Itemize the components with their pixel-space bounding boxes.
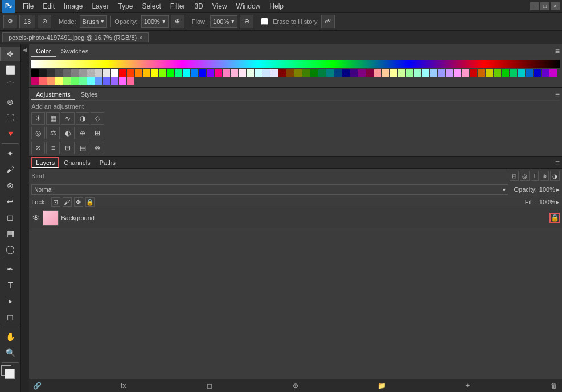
color-swatch[interactable] — [63, 77, 71, 85]
color-swatch[interactable] — [79, 69, 87, 77]
menu-3d[interactable]: 3D — [190, 1, 207, 11]
tab-layers[interactable]: Layers — [31, 157, 59, 168]
close-button[interactable]: × — [551, 2, 560, 10]
color-swatch[interactable] — [478, 69, 485, 77]
zoom-tool[interactable]: 🔍 — [0, 345, 20, 360]
brush-tool[interactable]: 🖌 — [0, 162, 20, 177]
color-swatch[interactable] — [223, 69, 230, 77]
opacity-stepper[interactable]: ▸ — [556, 186, 560, 193]
color-swatch[interactable] — [55, 77, 63, 85]
color-swatch[interactable] — [111, 69, 118, 77]
color-swatch[interactable] — [502, 69, 509, 77]
new-fill-btn[interactable]: ⊕ — [290, 381, 301, 390]
color-swatch[interactable] — [486, 69, 493, 77]
color-swatch[interactable] — [55, 69, 63, 77]
color-swatch[interactable] — [406, 69, 413, 77]
panel-collapse-btn[interactable]: ◀ — [21, 44, 29, 392]
lock-image-btn[interactable]: 🖌 — [63, 197, 72, 207]
color-swatch[interactable] — [414, 69, 421, 77]
kind-color-btn[interactable]: T — [531, 171, 539, 181]
quick-select-tool[interactable]: ⊛ — [0, 94, 20, 109]
color-swatch[interactable] — [462, 69, 469, 77]
kind-attr-btn[interactable]: ◎ — [520, 171, 530, 181]
tab-swatches[interactable]: Swatches — [57, 47, 93, 57]
color-swatch[interactable] — [247, 69, 254, 77]
layer-lock-icon[interactable]: 🔒 — [549, 213, 560, 223]
color-swatch[interactable] — [71, 69, 79, 77]
tab-channels[interactable]: Channels — [59, 157, 95, 168]
menu-filter[interactable]: Filter — [166, 1, 190, 11]
gradient-tool[interactable]: ▦ — [0, 226, 20, 241]
minimize-button[interactable]: − — [530, 2, 539, 10]
color-swatch[interactable] — [302, 69, 310, 77]
document-tab[interactable]: pexels-photo-4197491.jpeg @ 16.7% (RGB/8… — [2, 32, 149, 42]
blend-mode-dropdown-layers[interactable]: Normal ▾ — [31, 184, 508, 195]
history-brush-btn[interactable]: ☍ — [321, 15, 335, 28]
menu-window[interactable]: Window — [232, 1, 265, 11]
color-swatch[interactable] — [199, 69, 206, 77]
color-swatch[interactable] — [446, 69, 453, 77]
color-swatch[interactable] — [47, 77, 55, 85]
menu-help[interactable]: Help — [265, 1, 288, 11]
color-swatch[interactable] — [422, 69, 429, 77]
fill-control[interactable]: 100% ▸ — [539, 199, 560, 206]
tab-styles[interactable]: Styles — [76, 90, 102, 100]
tab-paths[interactable]: Paths — [95, 157, 120, 168]
hsl-adj[interactable]: ◎ — [31, 127, 45, 139]
color-swatch[interactable] — [310, 69, 318, 77]
text-tool[interactable]: T — [0, 278, 20, 292]
color-swatch[interactable] — [111, 77, 118, 85]
clone-tool[interactable]: ⊗ — [0, 178, 20, 193]
color-swatch[interactable] — [526, 69, 533, 77]
colorbalance-adj[interactable]: ⚖ — [46, 127, 60, 139]
adj-panel-menu[interactable]: ≡ — [555, 90, 560, 100]
color-swatch[interactable] — [326, 69, 334, 77]
color-swatch[interactable] — [95, 77, 102, 85]
color-swatch[interactable] — [262, 69, 270, 77]
color-swatch[interactable] — [127, 69, 134, 77]
menu-file[interactable]: File — [18, 1, 38, 11]
color-swatch[interactable] — [151, 69, 158, 77]
maximize-button[interactable]: □ — [540, 2, 549, 10]
delete-layer-btn[interactable]: 🗑 — [548, 381, 560, 390]
lasso-tool[interactable]: ⌒ — [0, 79, 20, 93]
color-swatch[interactable] — [47, 69, 55, 77]
lock-transparent-btn[interactable]: ⊡ — [51, 197, 60, 207]
color-swatch[interactable] — [534, 69, 541, 77]
tab-color[interactable]: Color — [31, 47, 55, 57]
layer-visibility-btn[interactable]: 👁 — [31, 213, 40, 222]
curves-adj[interactable]: ∿ — [61, 112, 75, 125]
tool-options-btn[interactable]: ⚙ — [3, 15, 17, 28]
menu-edit[interactable]: Edit — [38, 1, 59, 11]
color-swatch[interactable] — [438, 69, 445, 77]
opacity-setting-btn[interactable]: ⊕ — [171, 15, 184, 28]
color-swatch[interactable] — [398, 69, 405, 77]
color-swatch[interactable] — [542, 69, 549, 77]
crop-tool[interactable]: ⛶ — [0, 110, 20, 125]
pen-tool[interactable]: ✒ — [0, 262, 20, 277]
color-swatch[interactable] — [278, 69, 286, 77]
foreground-background-colors[interactable] — [1, 365, 19, 380]
lock-position-btn[interactable]: ✥ — [74, 197, 83, 207]
color-swatch[interactable] — [31, 69, 39, 77]
color-swatch[interactable] — [39, 77, 47, 85]
link-layers-btn[interactable]: 🔗 — [31, 381, 43, 390]
move-tool[interactable]: ✥ — [0, 47, 20, 61]
color-swatch[interactable] — [430, 69, 437, 77]
marquee-tool[interactable]: ⬜ — [0, 63, 20, 77]
kind-smart-btn[interactable]: ⊕ — [540, 171, 549, 181]
spot-heal-tool[interactable]: ✦ — [0, 146, 20, 161]
color-swatch[interactable] — [119, 77, 126, 85]
color-swatch[interactable] — [518, 69, 525, 77]
color-swatch[interactable] — [135, 69, 142, 77]
eyedropper-tool[interactable]: 🔻 — [0, 126, 20, 141]
color-swatch[interactable] — [374, 69, 381, 77]
color-swatch[interactable] — [215, 69, 222, 77]
menu-view[interactable]: View — [208, 1, 232, 11]
fill-stepper[interactable]: ▸ — [556, 199, 560, 206]
color-swatch[interactable] — [231, 69, 238, 77]
color-swatch[interactable] — [454, 69, 461, 77]
tab-adjustments[interactable]: Adjustments — [31, 90, 75, 100]
color-swatch[interactable] — [191, 69, 198, 77]
gradient-map-adj[interactable]: ▤ — [76, 142, 89, 154]
